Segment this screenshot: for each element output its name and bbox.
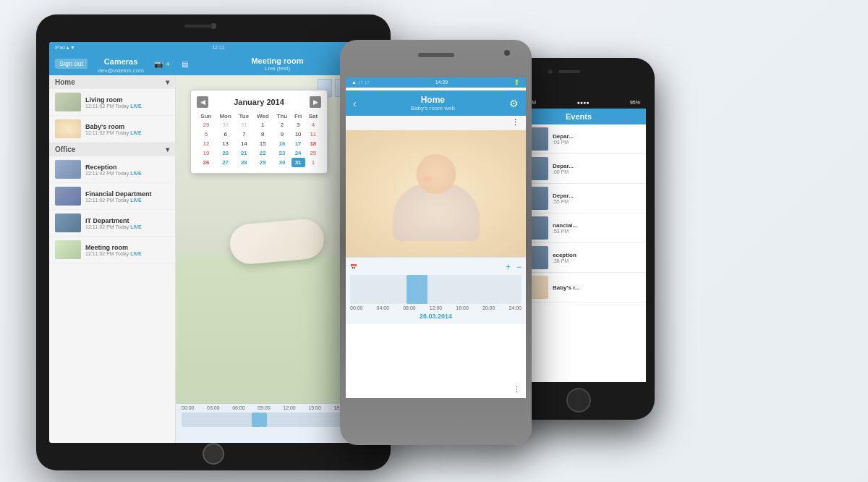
cal-week-1: 29 30 31 1 2 3 4 xyxy=(197,120,321,130)
col-tue: Tue xyxy=(235,112,252,120)
sidebar-item-it[interactable]: IT Department 12:11:02 PM Today LIVE xyxy=(49,210,175,237)
calendar-grid: Sun Mon Tue Wed Thu Fri Sat xyxy=(197,112,321,167)
tl-16: 16:00 xyxy=(456,305,469,310)
sidebar-item-living-room[interactable]: Living room 12:11:02 PM Today LIVE xyxy=(49,89,175,116)
more-options-button[interactable]: ⋮ xyxy=(511,118,520,127)
android-cal-icon[interactable]: 📅 xyxy=(350,264,357,271)
camera-icon[interactable]: 📷 xyxy=(154,60,163,68)
timeline-event-2 xyxy=(261,413,267,427)
cal-day-14[interactable]: 14 xyxy=(235,139,252,148)
cal-day-29-dec[interactable]: 29 xyxy=(197,120,216,130)
android-nav-back[interactable]: ‹ xyxy=(412,422,414,432)
baby-room-thumb xyxy=(55,119,81,138)
baby-cheek xyxy=(423,176,432,182)
reception-info: Reception 12:11:02 PM Today LIVE xyxy=(85,164,142,176)
android-settings-button[interactable]: ⚙ xyxy=(509,98,519,109)
cal-day-23[interactable]: 23 xyxy=(273,148,291,158)
cal-day-25[interactable]: 25 xyxy=(305,148,321,158)
cal-day-31-dec[interactable]: 31 xyxy=(235,120,252,130)
cal-day-6[interactable]: 6 xyxy=(216,130,236,139)
iphone-battery: 95% xyxy=(630,100,640,105)
cal-week-3: 12 13 14 15 16 17 18 xyxy=(197,139,321,148)
cal-day-28[interactable]: 28 xyxy=(235,158,252,167)
cal-day-9[interactable]: 9 xyxy=(273,130,291,139)
cal-day-30[interactable]: 30 xyxy=(273,158,291,167)
tl-24: 24:00 xyxy=(509,305,522,310)
android-title-row: ‹ Home Baby's room web ⚙ xyxy=(353,95,519,111)
android-bottom-menu[interactable]: ⋮ xyxy=(513,385,522,394)
android-tl-plus[interactable]: + xyxy=(506,262,511,272)
sidebar-group-office[interactable]: Office ▾ xyxy=(49,143,175,156)
cal-day-10[interactable]: 10 xyxy=(292,130,305,139)
add-icon[interactable]: + xyxy=(166,60,170,68)
sign-out-button[interactable]: Sign out xyxy=(55,59,88,69)
android-timeline: 📅 + − 00:00 04:00 08:00 12:00 16:00 20:0… xyxy=(346,257,526,324)
calendar-overlay[interactable]: ◀ January 2014 ▶ Sun Mon Tue xyxy=(190,90,328,174)
android-date-label: 28.03.2014 xyxy=(350,313,522,320)
calendar-header: ◀ January 2014 ▶ xyxy=(197,96,321,108)
reception-thumb xyxy=(55,160,81,179)
cal-day-1-feb[interactable]: 1 xyxy=(305,158,321,167)
baby-room-time: 12:11:02 PM Today LIVE xyxy=(85,130,142,135)
cal-day-13[interactable]: 13 xyxy=(216,139,236,148)
android-tl-minus[interactable]: − xyxy=(516,262,522,272)
android-nav-home[interactable]: ○ xyxy=(433,423,437,431)
col-sun: Sun xyxy=(197,112,216,120)
iphone-home-button[interactable] xyxy=(566,388,591,413)
cal-day-11[interactable]: 11 xyxy=(305,130,321,139)
cal-day-3[interactable]: 3 xyxy=(292,120,305,130)
cal-day-5[interactable]: 5 xyxy=(197,130,216,139)
android-tl-track[interactable] xyxy=(350,275,522,304)
calendar-month-title: January 2014 xyxy=(234,98,284,106)
tl-label-0: 00:00 xyxy=(182,405,195,410)
camera-status: Live (test) xyxy=(191,65,364,72)
android-bottom-dots[interactable]: ⋮ xyxy=(513,382,522,395)
cal-day-26[interactable]: 26 xyxy=(197,158,216,167)
cal-day-17[interactable]: 17 xyxy=(292,139,305,148)
cal-day-27[interactable]: 27 xyxy=(216,158,236,167)
sidebar-item-meeting[interactable]: Meeting room 12:11:02 PM Today LIVE xyxy=(49,237,175,263)
sidebar-item-reception[interactable]: Reception 12:11:02 PM Today LIVE xyxy=(49,156,175,183)
event-5-time: :38 PM xyxy=(553,258,576,263)
cal-day-31-today[interactable]: 31 xyxy=(292,158,305,167)
it-info: IT Department 12:11:02 PM Today LIVE xyxy=(85,217,142,229)
android-speaker xyxy=(418,53,454,57)
tablet-content: Home ▾ Living room 12:11:02 PM Today LIV… xyxy=(49,75,378,443)
tablet-home-button[interactable] xyxy=(203,443,224,465)
cal-day-4[interactable]: 4 xyxy=(305,120,321,130)
event-3-info: Depar... :55 PM xyxy=(553,193,574,204)
cal-day-20[interactable]: 20 xyxy=(216,148,236,158)
cal-day-19[interactable]: 19 xyxy=(197,148,216,158)
cal-day-8[interactable]: 8 xyxy=(252,130,273,139)
event-1-name: Depar... xyxy=(553,133,574,140)
sidebar-group-office-label: Office xyxy=(55,145,75,153)
android-nav-recent[interactable]: □ xyxy=(456,423,460,431)
calendar-next-btn[interactable]: ▶ xyxy=(310,96,321,108)
sidebar-item-baby-room[interactable]: Baby's room 12:11:02 PM Today LIVE xyxy=(49,116,175,143)
tablet-device: iPad ▲▼ 12:11 24% Sign out Cameras dev@v… xyxy=(36,14,391,470)
cal-day-24[interactable]: 24 xyxy=(292,148,305,158)
cal-day-7[interactable]: 7 xyxy=(235,130,252,139)
android-back-button[interactable]: ‹ xyxy=(353,98,357,109)
cal-day-2[interactable]: 2 xyxy=(273,120,291,130)
cal-day-15[interactable]: 15 xyxy=(252,139,273,148)
sidebar-item-financial[interactable]: Financial Department 12:11:02 PM Today L… xyxy=(49,183,175,210)
cal-day-30-dec[interactable]: 30 xyxy=(216,120,236,130)
tl-label-9: 09:00 xyxy=(258,405,271,410)
financial-name: Financial Department xyxy=(85,190,152,198)
cal-day-12[interactable]: 12 xyxy=(197,139,216,148)
sidebar-icons: 📷 + xyxy=(154,60,170,68)
sidebar-group-home[interactable]: Home ▾ xyxy=(49,75,175,89)
cal-day-21[interactable]: 21 xyxy=(235,148,252,158)
cal-day-1[interactable]: 1 xyxy=(252,120,273,130)
calendar-prev-btn[interactable]: ◀ xyxy=(197,96,208,108)
android-nav-bar: ‹ ○ □ xyxy=(412,422,459,432)
cal-day-22[interactable]: 22 xyxy=(252,148,273,158)
cal-day-29[interactable]: 29 xyxy=(252,158,273,167)
cal-day-16[interactable]: 16 xyxy=(273,139,291,148)
sidebar-title: Cameras xyxy=(104,57,137,66)
android-status-bar: ▲ ↓↑ ↓↑ 14:39 🔋 xyxy=(346,77,526,88)
android-time: 14:39 xyxy=(435,80,448,85)
cal-day-18[interactable]: 18 xyxy=(305,139,321,148)
event-6-info: Baby's r... xyxy=(553,284,579,291)
